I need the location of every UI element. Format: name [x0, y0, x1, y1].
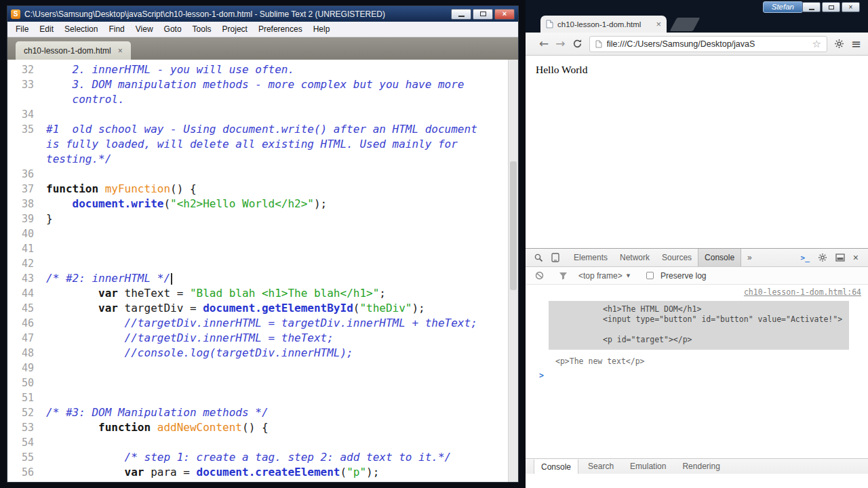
code-line[interactable]: 35#1 old school way - Using document.wri… [7, 122, 518, 137]
code-line[interactable]: testing.*/ [7, 152, 518, 167]
page-icon [595, 40, 602, 48]
bookmark-star-icon[interactable]: ☆ [812, 38, 821, 50]
code-line[interactable]: 46 //targetDiv.innerHTML = targetDiv.inn… [7, 316, 518, 331]
devtools-tab-elements[interactable]: Elements [568, 249, 614, 266]
drawer-tab-search[interactable]: Search [581, 459, 620, 474]
code-line[interactable]: 44 var theText = "Blad blah <h1>The blah… [7, 286, 518, 301]
code-line[interactable]: 56 var para = document.createElement("p"… [7, 465, 518, 480]
line-number [7, 137, 46, 152]
code-line[interactable]: 53 function addNewContent() { [7, 420, 518, 435]
minimize-icon [458, 16, 465, 17]
new-tab-button[interactable] [670, 18, 701, 31]
preserve-log-checkbox[interactable] [646, 272, 654, 279]
code-line[interactable]: is fully loaded, will delete all existin… [7, 137, 518, 152]
menu-item-goto[interactable]: Goto [159, 22, 187, 36]
device-mode-icon[interactable] [547, 249, 564, 266]
devtools-tab-sources[interactable]: Sources [656, 249, 698, 266]
drawer-tab-console[interactable]: Console [534, 460, 578, 474]
line-number: 53 [7, 420, 46, 435]
settings-gear-icon[interactable] [818, 253, 827, 262]
code-line[interactable]: 36 [7, 167, 518, 182]
chrome-titlebar[interactable]: Stefan × [526, 0, 868, 15]
devtools-tab-network[interactable]: Network [614, 249, 656, 266]
code-line[interactable]: 37function myFunction() { [7, 182, 518, 197]
forward-button[interactable]: → [555, 38, 565, 49]
presenter-name-badge: Stefan [763, 1, 803, 13]
close-button[interactable]: × [842, 2, 860, 12]
editor-scrollbar[interactable] [508, 60, 518, 482]
code-line[interactable]: 54 [7, 435, 518, 450]
dock-side-icon[interactable] [835, 253, 845, 262]
code-line[interactable]: 49 [7, 361, 518, 375]
maximize-button[interactable] [473, 9, 493, 20]
editor-tab[interactable]: ch10-lesson-1-dom.html × [16, 41, 131, 60]
gear-icon[interactable] [834, 39, 844, 49]
menu-item-project[interactable]: Project [217, 22, 253, 36]
code-editor[interactable]: 32 2. innerHTML - you will use often.33 … [7, 60, 518, 482]
code-line[interactable]: 43/* #2: innerHTML */ [7, 271, 518, 286]
code-line[interactable]: 51 [7, 390, 518, 405]
code-line[interactable]: 48 //console.log(targetDiv.innerHTML); [7, 346, 518, 361]
tab-close-icon[interactable]: × [118, 46, 123, 56]
code-line[interactable]: 33 3. DOM manipulation methods - more co… [7, 77, 518, 92]
code-line[interactable]: 40 [7, 226, 518, 241]
line-number: 55 [7, 450, 46, 465]
minimize-button[interactable] [451, 9, 471, 20]
console-drawer-icon[interactable]: >_ [801, 253, 810, 262]
devtools-tab-console[interactable]: Console [698, 249, 741, 266]
sublime-window: S C:\Users\Samsung\Desktop\javaScript\ch… [7, 5, 519, 483]
code-line[interactable]: 55 /* step 1: create a tag. step 2: add … [7, 450, 518, 465]
drawer-content [526, 474, 868, 488]
frame-selector-value: <top frame> [578, 271, 623, 281]
scrollbar-thumb[interactable] [510, 161, 517, 290]
menu-icon[interactable]: ≡ [851, 38, 861, 50]
code-line[interactable]: 39} [7, 211, 518, 226]
code-line[interactable]: 41 [7, 241, 518, 256]
code-line-text: testing.*/ [46, 152, 111, 167]
code-line[interactable]: 34 [7, 107, 518, 122]
code-line[interactable]: 52/* #3: DOM Manipulation methods */ [7, 405, 518, 420]
menu-item-file[interactable]: File [10, 22, 34, 36]
menu-item-preferences[interactable]: Preferences [253, 22, 308, 36]
devtools-tab-overflow[interactable]: » [741, 249, 758, 266]
code-line[interactable]: 47 //targetDiv.innerHTML = theText; [7, 331, 518, 346]
maximize-button[interactable] [822, 2, 840, 12]
console-source-link[interactable]: ch10-lesson-1-dom.html:64 [744, 287, 861, 297]
minimize-button[interactable] [802, 2, 821, 12]
menu-item-help[interactable]: Help [308, 22, 336, 36]
chrome-window: Stefan × ch10-lesson-1-dom.html × ← → fi… [526, 0, 868, 488]
menu-item-find[interactable]: Find [103, 22, 130, 36]
code-line[interactable]: 38 document.write("<h2>Hello World</h2>"… [7, 197, 518, 211]
code-line-text: /* #2: innerHTML */ [46, 271, 172, 286]
drawer-tab-emulation[interactable]: Emulation [623, 459, 673, 474]
frame-selector[interactable]: <top frame> ▼ [578, 271, 630, 281]
console-log-line: <h1>The HTML DOM</h1> [549, 304, 849, 314]
menu-item-edit[interactable]: Edit [34, 22, 59, 36]
address-bar[interactable]: file:///C:/Users/Samsung/Desktop/javaS ☆ [589, 36, 827, 52]
menu-item-tools[interactable]: Tools [187, 22, 217, 36]
code-line[interactable]: 42 [7, 256, 518, 271]
line-number: 44 [7, 286, 46, 301]
line-number: 43 [7, 271, 46, 286]
close-button[interactable]: × [494, 9, 515, 20]
browser-tab[interactable]: ch10-lesson-1-dom.html × [540, 16, 667, 33]
clear-console-icon[interactable] [531, 271, 548, 280]
console-prompt[interactable]: > [526, 367, 868, 380]
code-line[interactable]: 32 2. innerHTML - you will use often. [7, 62, 518, 77]
code-line[interactable]: 45 var targetDiv = document.getElementBy… [7, 301, 518, 316]
inspect-element-icon[interactable] [530, 249, 547, 266]
devtools-close-icon[interactable]: × [853, 252, 859, 263]
sublime-titlebar[interactable]: S C:\Users\Samsung\Desktop\javaScript\ch… [7, 6, 518, 22]
code-line[interactable]: control. [7, 92, 518, 107]
filter-icon[interactable] [555, 272, 572, 280]
line-number: 51 [7, 390, 46, 405]
reload-button[interactable] [572, 39, 583, 49]
devtools-toolbar-right: >_ × [801, 249, 864, 266]
menu-item-view[interactable]: View [130, 22, 159, 36]
back-button[interactable]: ← [539, 38, 549, 49]
drawer-tab-rendering[interactable]: Rendering [675, 459, 726, 474]
code-line[interactable]: 50 [7, 375, 518, 390]
code-line-text: function myFunction() { [46, 182, 197, 197]
menu-item-selection[interactable]: Selection [59, 22, 103, 36]
tab-close-icon[interactable]: × [656, 19, 661, 29]
